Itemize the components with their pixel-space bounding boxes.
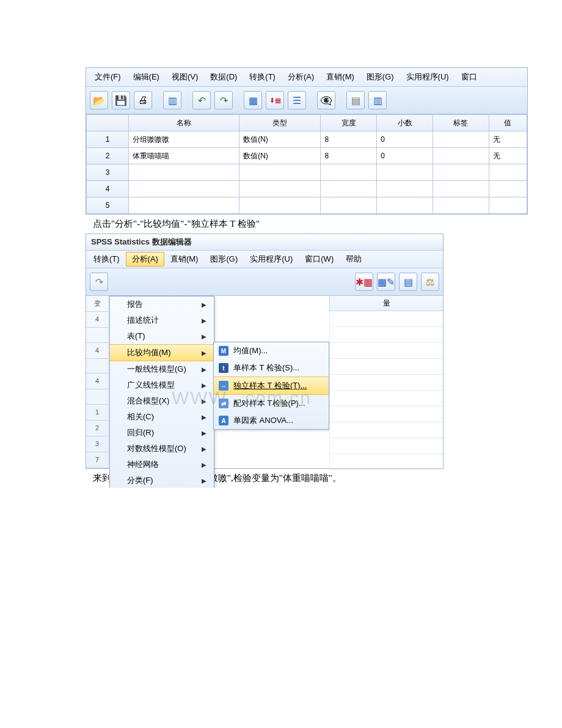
row-number: 7 — [86, 452, 108, 468]
menu-item-mixed[interactable]: 混合模型(X)▶ — [110, 393, 214, 409]
menu-analyze[interactable]: 分析(A) — [282, 70, 320, 84]
menu-item-loglinear[interactable]: 对数线性模型(O)▶ — [110, 441, 214, 457]
variables-icon[interactable]: ☰ — [288, 91, 306, 109]
menu-help[interactable]: 帮助 — [340, 252, 368, 267]
scale-icon[interactable]: ⚖ — [421, 273, 439, 291]
menu-direct[interactable]: 直销(M) — [164, 252, 205, 267]
save-icon[interactable]: 💾 — [112, 91, 130, 109]
independent-t-icon: ↔ — [219, 381, 228, 391]
cell-values[interactable]: 无 — [489, 148, 527, 164]
menu-utilities[interactable]: 实用程序(U) — [244, 252, 299, 267]
submenu-item-one-sample-t[interactable]: t 单样本 T 检验(S)... — [214, 359, 329, 377]
menu-window[interactable]: 窗口 — [455, 70, 483, 84]
menu-file[interactable]: 文件(F) — [89, 70, 127, 84]
arrow-right-icon: ▶ — [202, 430, 206, 436]
menu-item-neural[interactable]: 神经网络▶ — [110, 457, 214, 472]
cell-name[interactable]: 分组嗷嗷嗷 — [129, 131, 239, 148]
table-row[interactable]: 4 — [87, 181, 527, 197]
row-number: 3 — [87, 164, 129, 181]
row-number: 3 — [86, 436, 108, 452]
table-row[interactable]: 3 — [87, 164, 527, 181]
arrow-right-icon: ▶ — [202, 461, 206, 468]
submenu-label: 配对样本 T检验(P)... — [233, 398, 305, 409]
cell-width[interactable]: 8 — [321, 148, 377, 164]
table-row[interactable]: 1 分组嗷嗷嗷 数值(N) 8 0 无 — [87, 131, 527, 148]
menu-transform[interactable]: 转换(T) — [87, 252, 126, 267]
split-icon[interactable]: ▤ — [346, 91, 365, 109]
means-icon: M — [219, 346, 228, 356]
menu-item-glm[interactable]: 一般线性模型(G)▶ — [110, 361, 214, 377]
menu-transform[interactable]: 转换(T) — [243, 70, 282, 84]
redo-icon[interactable]: ↷ — [214, 91, 233, 109]
cell-type[interactable]: 数值(N) — [239, 148, 321, 164]
cell-label[interactable] — [433, 131, 489, 148]
cell-type[interactable]: 数值(N) — [239, 131, 321, 148]
open-icon[interactable]: 📂 — [90, 91, 108, 109]
cell-width[interactable]: 8 — [321, 131, 377, 148]
cell-name[interactable]: 体重喵喵喵 — [129, 148, 239, 164]
row-number: 1 — [87, 131, 129, 148]
submenu-item-paired-t[interactable]: ⇄ 配对样本 T检验(P)... — [214, 395, 329, 412]
arrow-right-icon: ▶ — [202, 317, 206, 324]
menu-item-genlin[interactable]: 广义线性模型▶ — [110, 377, 214, 393]
submenu-item-means[interactable]: M 均值(M)... — [214, 342, 329, 359]
row-number: 4 — [86, 312, 108, 328]
menu-item-report[interactable]: 报告▶ — [110, 296, 214, 312]
menu-item-classify[interactable]: 分类(F)▶ — [110, 472, 214, 488]
menu-direct[interactable]: 直销(M) — [320, 70, 360, 84]
menu-graph[interactable]: 图形(G) — [360, 70, 400, 84]
menu-edit[interactable]: 编辑(E) — [127, 70, 166, 84]
compare-means-submenu: M 均值(M)... t 单样本 T 检验(S)... ↔ 独立样本 T 检验(… — [213, 342, 329, 430]
row-header-column: 变 4 4 4 1 2 3 7 — [86, 296, 109, 468]
submenu-label: 单样本 T 检验(S)... — [233, 362, 299, 373]
redo-icon[interactable]: ↷ — [90, 273, 108, 291]
paired-t-icon: ⇄ — [219, 399, 228, 408]
cell-label[interactable] — [433, 148, 489, 164]
table-row[interactable]: 2 体重喵喵喵 数值(N) 8 0 无 — [87, 148, 527, 164]
toolbar: ↷ ✱▦ ▦✎ ▤ ⚖ — [86, 268, 443, 296]
find-icon[interactable]: 👁‍🗨 — [317, 91, 335, 109]
one-sample-icon: t — [219, 363, 228, 373]
menu-data[interactable]: 数据(D) — [204, 70, 243, 84]
undo-icon[interactable]: ↶ — [192, 91, 211, 109]
menu-item-compare-means[interactable]: 比较均值(M)▶ — [110, 344, 214, 361]
menu-graph[interactable]: 图形(G) — [204, 252, 244, 267]
col-dec: 小数 — [377, 115, 433, 131]
arrow-right-icon: ▶ — [202, 477, 206, 484]
arrow-right-icon: ▶ — [202, 414, 206, 421]
goto-icon[interactable]: ▦ — [244, 91, 262, 109]
menu-view[interactable]: 视图(V) — [166, 70, 204, 84]
workspace: WWW. .com.cn 变 4 4 4 1 2 3 7 报告▶ 描述统计▶ 表… — [86, 296, 443, 468]
row-number: 4 — [87, 181, 129, 197]
cell-values[interactable]: 无 — [489, 131, 527, 148]
cell-dec[interactable]: 0 — [377, 131, 433, 148]
print-icon[interactable]: 🖨 — [134, 91, 152, 109]
menu-item-tables[interactable]: 表(T)▶ — [110, 328, 214, 344]
weight-icon[interactable]: ▥ — [368, 91, 387, 109]
row-number — [86, 389, 108, 405]
cell-dec[interactable]: 0 — [377, 148, 433, 164]
menu-item-descriptive[interactable]: 描述统计▶ — [110, 312, 214, 328]
chart-icon[interactable]: ▦✎ — [377, 273, 395, 291]
sort-icon[interactable]: ⬇▦ — [266, 91, 284, 109]
table-icon[interactable]: ▤ — [399, 273, 417, 291]
menu-utilities[interactable]: 实用程序(U) — [400, 70, 455, 84]
menu-item-regression[interactable]: 回归(R)▶ — [110, 425, 214, 441]
arrow-right-icon: ▶ — [202, 333, 206, 340]
row-number — [86, 359, 108, 374]
submenu-item-anova[interactable]: A 单因素 ANOVA... — [214, 412, 329, 429]
submenu-item-independent-t[interactable]: ↔ 独立样本 T 检验(T)... — [214, 377, 329, 395]
arrow-right-icon: ▶ — [202, 446, 206, 452]
dataset-icon[interactable]: ▥ — [163, 91, 181, 109]
row-number: 1 — [86, 405, 108, 421]
arrow-right-icon: ▶ — [202, 301, 206, 308]
menu-window[interactable]: 窗口(W) — [299, 252, 340, 267]
arrow-right-icon: ▶ — [202, 350, 206, 356]
row-number: 5 — [87, 197, 129, 214]
col-header-right: 量 — [329, 296, 443, 311]
menu-item-correlate[interactable]: 相关(C)▶ — [110, 409, 214, 425]
menu-analyze[interactable]: 分析(A) — [126, 252, 164, 267]
table-row[interactable]: 5 — [87, 197, 527, 214]
goto-icon[interactable]: ✱▦ — [355, 273, 373, 291]
col-header-left: 变 — [86, 296, 108, 312]
